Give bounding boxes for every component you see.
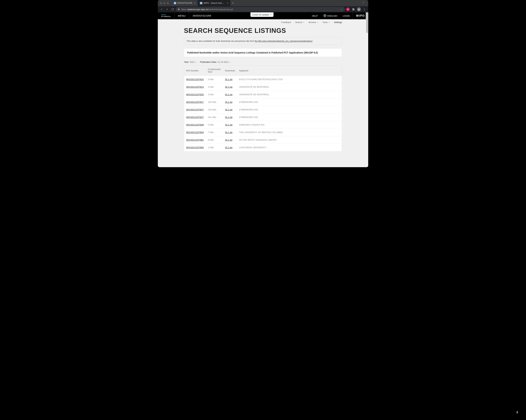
table-row: WO/2021/2078485 KBsSL1.zipSUMAGEN CANADA… [184, 121, 342, 129]
help-link[interactable]: HELP [309, 12, 321, 19]
wo-number-link[interactable]: WO/2021/207827 [186, 108, 204, 111]
scrollbar[interactable] [366, 12, 368, 167]
col-wo-number: WO Number [184, 66, 206, 76]
download-link[interactable]: SL1.zip [225, 108, 233, 111]
compressed-size: 3 KBs [206, 91, 223, 98]
sequence-table: WO Number Compressed Size Download Appli… [184, 65, 342, 151]
wo-number-link[interactable]: WO/2021/207827 [186, 101, 204, 103]
language-label: ENGLISH [327, 15, 337, 17]
chevron-down-icon: ▼ [317, 21, 318, 23]
filter-bar: Year: 2021 ▼ Publication Date: 21.10.202… [184, 61, 342, 63]
pubdate-value: 21.10.2021 ▼ [217, 61, 231, 63]
close-tab-icon[interactable]: × [227, 2, 228, 4]
year-label: Year: [184, 61, 189, 63]
close-icon[interactable]: ✕ [270, 13, 272, 16]
svg-rect-5 [200, 3, 202, 4]
compressed-size: 103 KBs [206, 98, 223, 106]
col-compressed-size: Compressed Size [206, 66, 223, 76]
svg-point-7 [364, 8, 365, 9]
close-window[interactable] [160, 2, 162, 4]
feedback-link[interactable]: Feedback [281, 21, 291, 24]
table-row: WO/2021/2078547 KBsSL1.zipTHE UNIVERSITY… [184, 129, 342, 136]
url-text: https://patentscope.wipo.int/search/en/s… [181, 8, 339, 11]
download-link[interactable]: SL1.zip [225, 78, 233, 81]
download-link[interactable]: SL1.zip [225, 86, 233, 88]
browser-menu-icon[interactable] [362, 7, 367, 12]
login-link[interactable]: LOGIN [340, 12, 352, 19]
scrollbar-thumb[interactable] [366, 12, 368, 33]
table-row: WO/2021/2078263 KBsSL1.zipUNIVERSITÉ DE … [184, 91, 342, 98]
product-name: PATENTSCOPE [189, 12, 215, 19]
wo-number-link[interactable]: WO/2021/207827 [186, 116, 204, 119]
svg-point-8 [364, 9, 365, 10]
compressed-size: 0 KBs [206, 76, 223, 83]
year-filter[interactable]: Year: 2021 ▼ [184, 61, 197, 63]
settings-link[interactable]: Settings [334, 21, 342, 24]
download-link[interactable]: SL1.zip [225, 131, 233, 134]
close-tab-icon[interactable]: × [194, 2, 196, 4]
chevron-down-icon: ▼ [195, 61, 197, 63]
svg-rect-4 [200, 3, 202, 3]
tools-menu[interactable]: Tools▼ [323, 21, 330, 24]
download-link[interactable]: SL1.zip [225, 139, 233, 141]
wo-number-link[interactable]: WO/2021/207826 [186, 93, 204, 96]
extensions-icon[interactable] [351, 7, 356, 12]
maximize-window[interactable] [167, 2, 169, 4]
globe-icon [323, 14, 326, 18]
wo-number-link[interactable]: WO/2021/207848 [186, 123, 204, 126]
bookmark-star-icon[interactable]: ☆ [341, 8, 343, 11]
wo-number-link[interactable]: WO/2021/207854 [186, 131, 204, 134]
pubdate-filter[interactable]: Publication Date: 21.10.2021 ▼ [200, 61, 231, 63]
language-selector[interactable]: ENGLISH [321, 12, 340, 19]
new-tab-button[interactable]: + [230, 0, 236, 6]
svg-rect-3 [200, 2, 202, 3]
extension-badge-icon[interactable]: ✦ [345, 7, 350, 12]
tab-title: WIPO - Search International an [203, 2, 225, 4]
applicant-name: EVOLUTTA AGRO BIOTECNOLOGIA LTDA [237, 76, 342, 83]
svg-point-6 [359, 9, 359, 9]
table-row: WO/2021/207827103 KBsSL1.zipZYMEWORKS IN… [184, 106, 342, 113]
tab-title: PATENTSCOPE [177, 2, 192, 4]
covid-banner[interactable]: Covid-19 Update ✕ [251, 12, 274, 17]
profile-avatar-icon[interactable] [356, 7, 361, 12]
subheading-box: Published Nucleotide and/or Amino Acid S… [184, 48, 342, 57]
download-link[interactable]: SL1.zip [225, 123, 233, 126]
site-header: WIPO IP PORTAL MENU PATENTSCOPE Covid-19… [158, 12, 368, 19]
ftp-link[interactable]: ftp://ftp.wipo.int/pub/published_pct_seq… [255, 40, 313, 42]
chevron-down-icon: ▼ [328, 21, 330, 23]
download-link[interactable]: SL1.zip [225, 146, 233, 149]
applicant-name: LIAOCHENG UNIVERSITY [237, 144, 342, 151]
browser-tab-active[interactable]: WIPO - Search International an × [198, 0, 230, 6]
forward-button[interactable] [165, 7, 170, 12]
logo-line2: IP PORTAL [161, 16, 171, 18]
tabstrip-menu-icon[interactable] [361, 1, 366, 5]
search-menu[interactable]: Search▼ [295, 21, 304, 24]
download-link[interactable]: SL1.zip [225, 93, 233, 96]
download-link[interactable]: SL1.zip [225, 101, 233, 103]
wo-number-link[interactable]: WO/2021/207823 [186, 86, 204, 88]
wo-number-link[interactable]: WO/2021/207810 [186, 78, 204, 81]
back-button[interactable] [159, 7, 164, 12]
applicant-name: ZYMEWORKS INC. [237, 106, 342, 113]
tab-favicon-icon [200, 2, 202, 4]
reload-button[interactable] [170, 7, 175, 12]
browse-menu[interactable]: Browse▼ [309, 21, 318, 24]
browser-tabs: PATENTSCOPE × WIPO - Search Internationa… [172, 0, 361, 6]
compressed-size: 103 KBs [206, 106, 223, 113]
menu-button[interactable]: MENU [174, 12, 189, 19]
applicant-name: SUMAGEN CANADA INC. [237, 121, 342, 129]
applicant-name: UNIVERSITÉ DE MONTRÉAL [237, 83, 342, 91]
table-header-row: WO Number Compressed Size Download Appli… [184, 66, 342, 76]
browser-tab[interactable]: PATENTSCOPE × [172, 0, 198, 6]
compressed-size: 6 KBs [206, 136, 223, 144]
sub-navigation: Feedback Search▼ Browse▼ Tools▼ Settings [158, 19, 368, 25]
download-link[interactable]: SL1.zip [225, 116, 233, 119]
wipo-portal-logo[interactable]: WIPO IP PORTAL [158, 12, 174, 19]
wo-number-link[interactable]: WO/2021/207962 [186, 139, 204, 141]
table-row: WO/2021/2078234 KBsSL1.zipUNIVERSITÉ DE … [184, 83, 342, 91]
info-text: This data is also available for bulk dow… [186, 40, 255, 42]
wo-number-link[interactable]: WO/2021/207993 [186, 146, 204, 149]
url-input[interactable]: https://patentscope.wipo.int/search/en/s… [176, 7, 345, 12]
minimize-window[interactable] [163, 2, 165, 4]
compressed-size: 201 KBs [206, 113, 223, 121]
